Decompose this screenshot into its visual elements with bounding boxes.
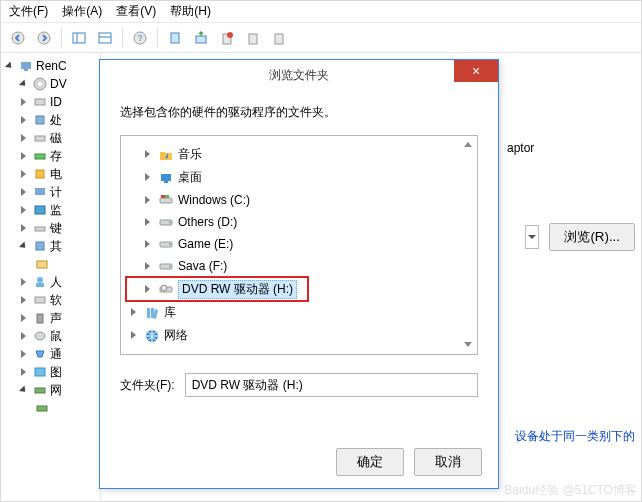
device-icon [33,95,47,109]
device-icon [33,239,47,253]
chevron-right-icon[interactable] [131,331,140,340]
chevron-right-icon[interactable] [145,240,154,249]
desktop-icon [159,171,173,185]
device-icon [33,275,47,289]
chevron-right-icon[interactable] [21,314,30,323]
tree-node-label: 计 [50,184,62,201]
scroll-down-button[interactable] [461,338,475,352]
toolbar-update-button[interactable] [190,27,212,49]
chevron-right-icon[interactable] [131,308,140,317]
chevron-right-icon[interactable] [21,116,30,125]
svg-rect-23 [35,188,45,195]
tree-node[interactable]: 存 [7,147,100,165]
menu-file[interactable]: 文件(F) [9,3,48,20]
chevron-right-icon[interactable] [21,98,30,107]
dialog-title-bar[interactable]: 浏览文件夹 × [100,60,498,90]
close-icon: × [472,63,480,79]
device-icon [33,149,47,163]
scroll-up-button[interactable] [461,138,475,152]
tree-node[interactable]: 人 [7,273,100,291]
tree-item-drive-f[interactable]: Sava (F:) [129,258,469,274]
dialog-prompt: 选择包含你的硬件的驱动程序的文件夹。 [120,104,478,121]
tree-node[interactable]: 键 [7,219,100,237]
toolbar-disable-button[interactable] [242,27,264,49]
chevron-right-icon[interactable] [21,134,30,143]
chevron-right-icon[interactable] [21,152,30,161]
chevron-right-icon[interactable] [145,218,154,227]
chevron-right-icon[interactable] [145,150,154,159]
tree-item-network[interactable]: 网络 [129,327,469,344]
tree-item-music[interactable]: 音乐 [129,146,469,163]
tree-node[interactable]: 其 [7,237,100,255]
svg-point-11 [227,32,233,38]
tree-node[interactable]: 监 [7,201,100,219]
device-icon [33,311,47,325]
toolbar-props-button[interactable] [94,27,116,49]
chevron-down-icon[interactable] [21,386,30,395]
menu-view[interactable]: 查看(V) [116,3,156,20]
folder-input[interactable] [185,373,478,397]
chevron-right-icon[interactable] [21,224,30,233]
chevron-right-icon[interactable] [21,350,30,359]
chevron-right-icon[interactable] [21,170,30,179]
chevron-down-icon[interactable] [21,80,30,89]
tree-item-dvd-h[interactable]: DVD RW 驱动器 (H:) [129,280,305,298]
chevron-right-icon[interactable] [21,296,30,305]
device-tree[interactable]: RenC DV ID 处 磁 存 电 计 监 键 其 人 软 声 鼠 通 图 网 [1,53,101,502]
svg-rect-37 [164,181,168,183]
tree-node[interactable]: 通 [7,345,100,363]
tree-root[interactable]: RenC [7,57,100,75]
tree-node[interactable] [7,255,100,273]
tree-node[interactable]: 计 [7,183,100,201]
toolbar-help-button[interactable]: ? [129,27,151,49]
tree-node[interactable] [7,399,100,417]
toolbar-enable-button[interactable] [268,27,290,49]
chevron-right-icon[interactable] [21,188,30,197]
tree-item-drive-d[interactable]: Others (D:) [129,214,469,230]
tree-node-dvd[interactable]: DV [7,75,100,93]
folder-tree[interactable]: 音乐 桌面 Windows (C:) Others (D:) Game (E:)… [120,135,478,355]
chevron-right-icon[interactable] [21,206,30,215]
toolbar-uninstall-button[interactable] [216,27,238,49]
tree-node[interactable]: 鼠 [7,327,100,345]
tree-node-label: 图 [50,364,62,381]
chevron-down-icon[interactable] [7,62,16,71]
tree-item-label: 库 [164,304,176,321]
tree-node[interactable]: 处 [7,111,100,129]
chevron-right-icon[interactable] [145,262,154,271]
toolbar-panes-button[interactable] [68,27,90,49]
chevron-right-icon[interactable] [145,173,154,182]
path-dropdown[interactable] [525,225,539,249]
tree-node[interactable]: 磁 [7,129,100,147]
chevron-right-icon[interactable] [21,368,30,377]
tree-node[interactable]: 电 [7,165,100,183]
device-icon [33,293,47,307]
tree-item-desktop[interactable]: 桌面 [129,169,469,186]
cancel-button[interactable]: 取消 [414,448,482,476]
tree-node[interactable]: 图 [7,363,100,381]
tree-node[interactable]: 声 [7,309,100,327]
browse-button[interactable]: 浏览(R)... [549,223,635,251]
nav-back-button[interactable] [7,27,29,49]
menu-help[interactable]: 帮助(H) [170,3,211,20]
windows-drive-icon [159,193,173,207]
tree-node[interactable]: 软 [7,291,100,309]
device-icon [33,365,47,379]
network-icon [145,329,159,343]
chevron-right-icon[interactable] [21,278,30,287]
tree-item-drive-e[interactable]: Game (E:) [129,236,469,252]
chevron-down-icon[interactable] [21,242,30,251]
tree-node[interactable]: ID [7,93,100,111]
tree-item-libraries[interactable]: 库 [129,304,469,321]
menu-action[interactable]: 操作(A) [62,3,102,20]
chevron-right-icon[interactable] [145,196,154,205]
close-button[interactable]: × [454,60,498,82]
chevron-right-icon[interactable] [145,285,154,294]
ok-button[interactable]: 确定 [336,448,404,476]
nav-forward-button[interactable] [33,27,55,49]
chevron-right-icon[interactable] [21,332,30,341]
tree-item-drive-c[interactable]: Windows (C:) [129,192,469,208]
svg-rect-13 [275,34,283,44]
toolbar-scan-button[interactable] [164,27,186,49]
tree-node[interactable]: 网 [7,381,100,399]
